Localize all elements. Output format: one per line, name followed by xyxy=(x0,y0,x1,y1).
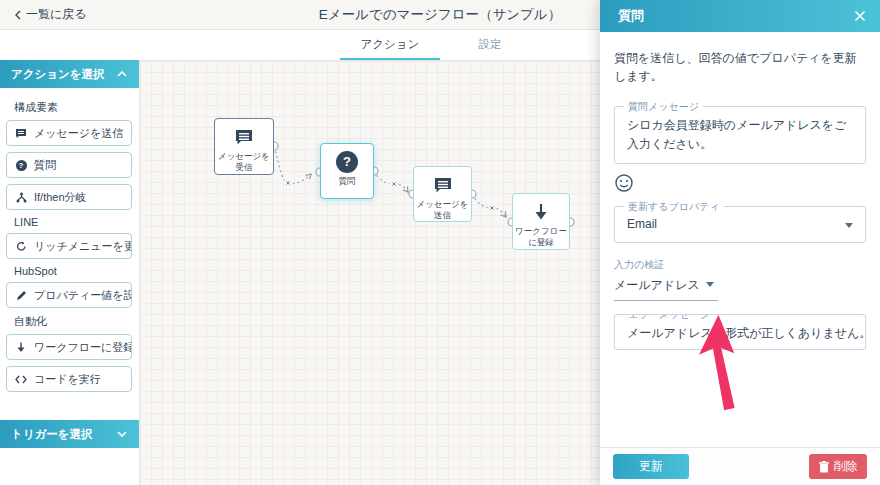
connection-delete-icon[interactable] xyxy=(488,204,497,213)
sidebar-item-label: リッチメニューを更新 xyxy=(34,239,132,254)
sidebar-item-send-message[interactable]: メッセージを送信 xyxy=(6,120,132,146)
workflow-icon xyxy=(513,201,569,223)
panel-body: 質問を送信し、回答の値でプロパティを更新します。 質問メッセージ シロカ会員登録… xyxy=(600,32,880,447)
question-settings-panel: 質問 質問を送信し、回答の値でプロパティを更新します。 質問メッセージ シロカ会… xyxy=(600,0,880,485)
update-button[interactable]: 更新 xyxy=(613,454,689,479)
message-icon xyxy=(414,174,471,196)
panel-header: 質問 xyxy=(600,0,880,32)
node-send-message[interactable]: メッセージを送信 xyxy=(413,166,472,222)
delete-button[interactable]: 削除 xyxy=(809,454,867,479)
code-icon xyxy=(15,373,27,385)
smiley-icon xyxy=(614,173,634,193)
connection-delete-icon[interactable] xyxy=(284,179,293,188)
sidebar-triggers-header[interactable]: トリガーを選択 xyxy=(0,420,139,448)
sidebar-item-run-code[interactable]: コードを実行 xyxy=(6,366,132,392)
node-label: メッセージを送信 xyxy=(414,199,471,222)
node-question-selected[interactable]: ? 質問 xyxy=(320,143,374,199)
tab-actions[interactable]: アクション xyxy=(340,30,440,60)
message-icon xyxy=(215,126,273,148)
tab-settings[interactable]: 設定 xyxy=(440,30,540,60)
property-select-value: Email xyxy=(627,215,657,234)
question-icon: ? xyxy=(15,159,27,171)
branch-icon xyxy=(15,191,27,203)
error-message-label: エラーメッセージ xyxy=(624,314,713,321)
validation-select[interactable]: メールアドレス xyxy=(614,272,718,301)
refresh-icon xyxy=(15,240,27,252)
error-message-value: メールアドレスの形式が正しくありません。恐れ入りま xyxy=(627,326,866,340)
sidebar-item-set-property[interactable]: プロパティー値を設定 xyxy=(6,282,132,308)
panel-footer: 更新 削除 xyxy=(600,447,880,485)
connection-delete-icon[interactable] xyxy=(390,180,399,189)
sidebar-actions-header-label: アクションを選択 xyxy=(11,67,105,82)
sidebar-item-ifthen-branch[interactable]: If/then分岐 xyxy=(6,184,132,210)
flow-connections xyxy=(140,61,600,485)
node-label: メッセージを受信 xyxy=(215,151,273,174)
emoji-picker-button[interactable] xyxy=(614,173,634,193)
sidebar-item-update-richmenu[interactable]: リッチメニューを更新 xyxy=(6,233,132,259)
sidebar-item-label: メッセージを送信 xyxy=(34,126,123,141)
sidebar-section-automation: 自動化 xyxy=(14,314,139,329)
error-message-field[interactable]: エラーメッセージ メールアドレスの形式が正しくありません。恐れ入りま xyxy=(614,314,866,350)
sidebar: アクションを選択 構成要素 メッセージを送信 ? 質問 If/then分岐 LI… xyxy=(0,60,140,485)
sidebar-triggers-header-label: トリガーを選択 xyxy=(11,427,93,442)
sidebar-item-label: プロパティー値を設定 xyxy=(34,288,132,303)
node-enroll-workflow[interactable]: ワークフローに登録 xyxy=(512,193,570,250)
question-icon: ? xyxy=(321,151,373,173)
chevron-up-icon xyxy=(117,71,127,77)
panel-description: 質問を送信し、回答の値でプロパティを更新します。 xyxy=(614,49,866,85)
sidebar-section-components: 構成要素 xyxy=(14,100,139,115)
sidebar-section-hubspot: HubSpot xyxy=(14,265,139,277)
sidebar-item-label: ワークフローに登録 xyxy=(34,340,132,355)
sidebar-item-label: 質問 xyxy=(34,158,56,173)
pencil-icon xyxy=(15,289,27,301)
panel-title: 質問 xyxy=(618,7,644,25)
validation-label: 入力の検証 xyxy=(614,258,866,272)
node-receive-message[interactable]: メッセージを受信 xyxy=(214,118,274,175)
validation-select-value: メールアドレス xyxy=(614,278,700,292)
caret-down-icon xyxy=(845,223,853,228)
chevron-down-icon xyxy=(117,431,127,437)
flow-canvas[interactable]: メッセージを受信 ? 質問 メッセージを送信 ワークフローに登録 xyxy=(140,61,600,485)
caret-down-icon xyxy=(706,282,714,287)
sidebar-actions-header[interactable]: アクションを選択 xyxy=(0,60,139,88)
sidebar-section-line: LINE xyxy=(14,216,139,228)
sidebar-item-enroll-workflow[interactable]: ワークフローに登録 xyxy=(6,334,132,360)
workflow-icon xyxy=(15,341,27,353)
question-message-field[interactable]: 質問メッセージ シロカ会員登録時のメールアドレスをご入力ください。 xyxy=(614,106,866,164)
delete-button-label: 削除 xyxy=(834,458,858,475)
sidebar-item-question[interactable]: ? 質問 xyxy=(6,152,132,178)
sidebar-item-label: コードを実行 xyxy=(34,372,101,387)
node-label: 質問 xyxy=(321,176,373,187)
node-label: ワークフローに登録 xyxy=(513,226,569,249)
property-select[interactable]: 更新するプロパティ Email xyxy=(614,206,866,243)
message-icon xyxy=(15,127,27,139)
property-select-label: 更新するプロパティ xyxy=(624,200,724,213)
flow-editor-app: 一覧に戻る Eメールでのマージフロー（サンプル） アクション 設定 アクションを… xyxy=(0,0,880,485)
close-icon[interactable] xyxy=(854,10,866,22)
question-message-label: 質問メッセージ xyxy=(624,100,703,113)
trash-icon xyxy=(819,461,829,473)
sidebar-item-label: If/then分岐 xyxy=(34,190,87,205)
question-message-value: シロカ会員登録時のメールアドレスをご入力ください。 xyxy=(627,118,846,151)
